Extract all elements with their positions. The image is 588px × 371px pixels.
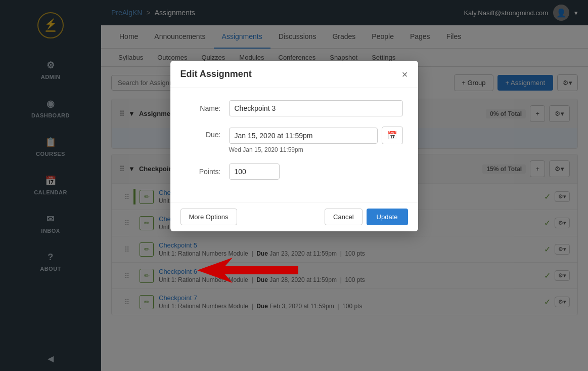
due-field: 📅 Wed Jan 15, 2020 11:59pm (229, 127, 403, 153)
due-date-hint: Wed Jan 15, 2020 11:59pm (229, 146, 403, 153)
cancel-button[interactable]: Cancel (325, 209, 362, 225)
modal-header: Edit Assignment × (170, 61, 418, 88)
form-row-name: Name: (186, 100, 403, 116)
update-button[interactable]: Update (367, 209, 408, 225)
modal-close-button[interactable]: × (402, 69, 408, 79)
points-field (229, 163, 403, 180)
modal-actions: Cancel Update (325, 209, 408, 225)
modal-footer: More Options Cancel Update (170, 202, 418, 231)
modal-title: Edit Assignment (180, 69, 252, 79)
modal-overlay[interactable]: Edit Assignment × Name: Due: 📅 (0, 0, 588, 371)
name-input[interactable] (229, 100, 403, 116)
edit-assignment-modal: Edit Assignment × Name: Due: 📅 (170, 61, 418, 231)
modal-body: Name: Due: 📅 Wed Jan 15, 2020 11:59pm (170, 88, 418, 202)
due-date-input[interactable] (229, 128, 378, 144)
date-wrapper: 📅 (229, 127, 403, 144)
form-row-points: Points: (186, 163, 403, 180)
calendar-icon: 📅 (387, 131, 397, 140)
points-input[interactable] (229, 163, 280, 180)
due-label: Due: (186, 127, 221, 139)
calendar-picker-button[interactable]: 📅 (382, 127, 403, 144)
form-row-due: Due: 📅 Wed Jan 15, 2020 11:59pm (186, 127, 403, 153)
name-field (229, 100, 403, 116)
points-label: Points: (186, 163, 221, 176)
more-options-button[interactable]: More Options (180, 209, 237, 225)
name-label: Name: (186, 100, 221, 112)
